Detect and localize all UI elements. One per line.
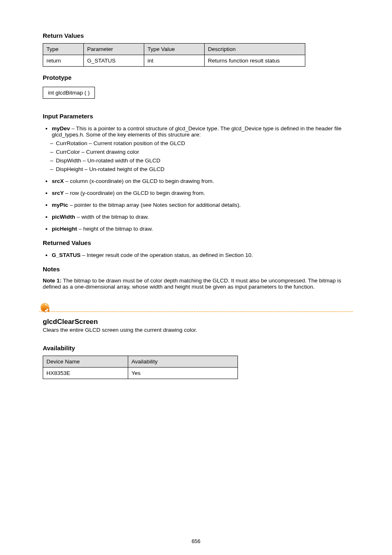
param-g-status: G_STATUS – Integer result code of the op…	[52, 252, 353, 258]
sub-item: CurrRotation – Current rotation position…	[56, 140, 353, 146]
param-name: myPic	[52, 202, 68, 208]
param-desc: – This is a pointer to a control structu…	[52, 125, 341, 138]
col-type: Type	[43, 44, 84, 55]
param-picWidth: picWidth – width of the bitmap to draw.	[52, 214, 353, 220]
param-srcX: srcX – column (x-coordinate) on the GLCD…	[52, 178, 353, 184]
note-label: Note 1:	[43, 278, 62, 284]
sub-item: DispHeight – Un-rotated height of the GL…	[56, 166, 353, 172]
param-name: picHeight	[52, 226, 77, 232]
param-desc: – column (x-coordinate) on the GLCD to b…	[64, 178, 214, 184]
col-parameter: Parameter	[84, 44, 144, 55]
table-header-row: Device Name Availability	[43, 356, 238, 368]
param-picHeight: picHeight – height of the bitmap to draw…	[52, 226, 353, 232]
param-desc: – Integer result code of the operation s…	[81, 252, 253, 258]
prototype-box: int glcdBitmap ( )	[43, 87, 95, 99]
input-params-list: myDev – This is a pointer to a control s…	[52, 125, 353, 232]
cell-availability: Yes	[128, 368, 238, 379]
param-desc: – height of the bitmap to draw.	[77, 226, 153, 232]
section-divider	[39, 302, 353, 314]
sub-item: DispWidth – Un-rotated width of the GLCD	[56, 157, 353, 164]
return-values-table: Type Parameter Type Value Description re…	[43, 43, 305, 67]
cell-device-name: HX8353E	[43, 368, 128, 379]
col-type-value: Type Value	[144, 44, 205, 55]
param-desc: – width of the bitmap to draw.	[75, 214, 149, 220]
col-availability: Availability	[128, 356, 238, 368]
col-description: Description	[205, 44, 305, 55]
section-heading-notes: Notes	[43, 266, 353, 273]
cell-parameter: G_STATUS	[84, 55, 144, 67]
param-name: picWidth	[52, 214, 75, 220]
cell-type: return	[43, 55, 84, 67]
cell-type-value: int	[144, 55, 205, 67]
section-heading-return-values: Return Values	[43, 32, 353, 39]
dotted-divider	[39, 311, 353, 312]
param-name: srcY	[52, 190, 64, 196]
note-body: The bitmap to be drawn must be of color …	[43, 278, 341, 290]
param-name: srcX	[52, 178, 64, 184]
param-desc: – row (y-coordinate) on the GLCD to begi…	[64, 190, 205, 196]
section-heading-prototype: Prototype	[43, 74, 353, 81]
returned-values-list: G_STATUS – Integer result code of the op…	[52, 252, 353, 258]
availability-table: Device Name Availability HX8353E Yes	[43, 356, 238, 379]
param-srcY: srcY – row (y-coordinate) on the GLCD to…	[52, 190, 353, 196]
table-row: HX8353E Yes	[43, 368, 238, 379]
function-description: Clears the entire GLCD screen using the …	[43, 327, 353, 333]
page-number: 656	[0, 538, 392, 544]
sub-item: CurrColor – Current drawing color	[56, 149, 353, 155]
note-block: Note 1: The bitmap to be drawn must be o…	[43, 278, 347, 290]
g-logo-icon	[39, 302, 51, 314]
param-name: myDev	[52, 125, 70, 132]
table-row: return G_STATUS int Returns function res…	[43, 55, 305, 67]
table-header-row: Type Parameter Type Value Description	[43, 44, 305, 55]
param-myPic: myPic – pointer to the bitmap array (see…	[52, 202, 353, 208]
function-title: glcdClearScreen	[43, 318, 353, 326]
section-heading-returned-values: Returned Values	[43, 239, 353, 246]
param-myDev-sublist: CurrRotation – Current rotation position…	[56, 140, 353, 172]
col-device-name: Device Name	[43, 356, 128, 368]
param-desc: – pointer to the bitmap array (see Notes…	[68, 202, 241, 208]
cell-description: Returns function result status	[205, 55, 305, 67]
section-heading-availability: Availability	[43, 345, 353, 352]
section-heading-input-params: Input Parameters	[43, 113, 353, 120]
param-name: G_STATUS	[52, 252, 81, 258]
prototype-code: int glcdBitmap ( )	[48, 90, 90, 96]
param-myDev: myDev – This is a pointer to a control s…	[52, 125, 353, 172]
